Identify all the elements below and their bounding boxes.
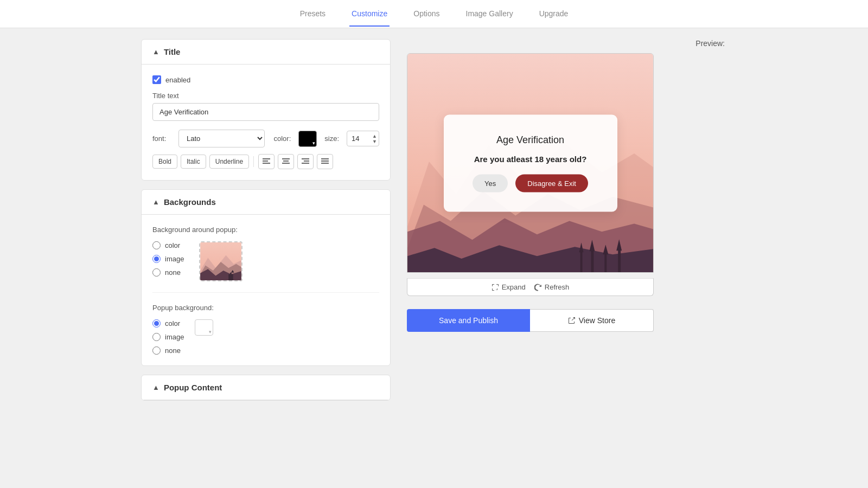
align-justify-button[interactable]: [317, 154, 333, 169]
bg-image-row: image: [152, 255, 184, 263]
expand-label: Expand: [502, 283, 526, 291]
title-section-header: ▲ Title: [142, 40, 390, 65]
preview-wrapper: Age Verification Are you atleast 18 year…: [407, 53, 654, 296]
popup-content-section-label: Popup Content: [164, 383, 222, 392]
popup-bg-image-radio[interactable]: [152, 333, 161, 341]
bg-color-row: color: [152, 241, 184, 249]
view-store-button[interactable]: View Store: [530, 309, 654, 332]
left-panel: ▲ Title enabled Title text font: Lato Ar…: [141, 39, 391, 477]
backgrounds-section-card: ▲ Backgrounds Background around popup: c…: [141, 189, 391, 366]
format-row: Bold Italic Underline: [152, 154, 379, 169]
nav-options[interactable]: Options: [411, 2, 442, 27]
nav-presets[interactable]: Presets: [298, 2, 328, 27]
svg-rect-9: [321, 158, 329, 159]
top-nav: Presets Customize Options Image Gallery …: [0, 0, 868, 28]
bg-none-row: none: [152, 268, 184, 277]
yes-button[interactable]: Yes: [473, 174, 508, 192]
nav-upgrade[interactable]: Upgrade: [537, 2, 571, 27]
align-left-button[interactable]: [258, 154, 275, 169]
nav-customize[interactable]: Customize: [349, 2, 390, 27]
popup-bg-section: Popup background: color image: [152, 292, 379, 355]
popup-bg-label: Popup background:: [152, 304, 379, 312]
svg-rect-6: [302, 158, 309, 159]
bg-image-label: image: [165, 255, 184, 263]
color-swatch-button[interactable]: [298, 131, 317, 147]
popup-content-section-card: ▲ Popup Content: [141, 375, 391, 401]
bg-none-radio[interactable]: [152, 268, 161, 277]
popup-bg-none-radio[interactable]: [152, 346, 161, 355]
right-panel: Preview:: [407, 39, 727, 477]
size-label: size:: [324, 134, 339, 143]
enabled-row: enabled: [152, 75, 379, 84]
popup-bg-none-label: none: [165, 346, 181, 355]
bg-color-label: color: [165, 241, 180, 249]
title-collapse-icon[interactable]: ▲: [152, 48, 159, 56]
popup-bg-color-row: color: [152, 319, 184, 328]
title-text-label: Title text: [152, 92, 379, 100]
enabled-label: enabled: [165, 76, 190, 84]
svg-rect-27: [604, 252, 607, 272]
size-up-button[interactable]: ▲: [371, 133, 378, 138]
save-publish-button[interactable]: Save and Publish: [407, 309, 530, 332]
refresh-icon: [534, 284, 542, 291]
popup-bg-color-radio[interactable]: [152, 319, 161, 328]
font-row: font: Lato Arial Georgia color: size:: [152, 130, 379, 147]
view-store-label: View Store: [579, 316, 615, 325]
popup-color-swatch-button[interactable]: [195, 319, 213, 336]
external-link-icon: [568, 317, 576, 324]
bg-color-radio[interactable]: [152, 241, 161, 249]
popup-bg-radio-col: color image none: [152, 319, 184, 355]
bg-image-thumbnail[interactable]: [199, 241, 242, 281]
size-spinners: ▲ ▼: [371, 133, 378, 144]
svg-rect-2: [263, 163, 270, 164]
disagree-exit-button[interactable]: Disagree & Exit: [515, 174, 588, 192]
popup-bg-image-row: image: [152, 333, 184, 341]
title-section-label: Title: [164, 47, 181, 56]
color-label: color:: [273, 134, 291, 143]
font-label: font:: [152, 134, 170, 143]
title-section-body: enabled Title text font: Lato Arial Geor…: [142, 65, 390, 180]
italic-button[interactable]: Italic: [181, 155, 206, 169]
svg-rect-23: [580, 251, 583, 272]
title-text-input[interactable]: [152, 103, 379, 121]
svg-rect-4: [283, 160, 289, 162]
align-center-button[interactable]: [278, 154, 294, 169]
svg-rect-11: [321, 163, 329, 164]
popup-title: Age Verification: [465, 134, 596, 145]
backgrounds-section-body: Background around popup: color image: [142, 215, 390, 365]
popup-bg-image-label: image: [165, 333, 184, 341]
size-down-button[interactable]: ▼: [371, 139, 378, 144]
popup-question: Are you atleast 18 years old?: [465, 154, 596, 163]
svg-rect-29: [618, 248, 621, 272]
bg-radio-swatch-group: color image none: [152, 241, 379, 281]
popup-buttons: Yes Disagree & Exit: [465, 174, 596, 192]
preview-popup: Age Verification Are you atleast 18 year…: [444, 114, 617, 211]
font-select[interactable]: Lato Arial Georgia: [178, 130, 265, 147]
bg-none-label: none: [165, 268, 181, 277]
bg-image-radio[interactable]: [152, 255, 161, 263]
bold-button[interactable]: Bold: [152, 155, 177, 169]
refresh-button[interactable]: Refresh: [534, 283, 570, 291]
popup-content-section-header: ▲ Popup Content: [142, 375, 390, 400]
popup-bg-radio-swatch: color image none: [152, 319, 379, 355]
main-layout: ▲ Title enabled Title text font: Lato Ar…: [0, 28, 868, 488]
nav-image-gallery[interactable]: Image Gallery: [464, 2, 515, 27]
svg-rect-1: [263, 160, 268, 162]
svg-rect-0: [263, 158, 270, 159]
enabled-checkbox[interactable]: [152, 75, 161, 84]
backgrounds-section-label: Backgrounds: [164, 197, 216, 207]
refresh-label: Refresh: [545, 283, 570, 291]
expand-button[interactable]: Expand: [492, 283, 526, 291]
svg-rect-5: [282, 163, 290, 164]
popup-content-collapse-icon[interactable]: ▲: [152, 383, 159, 391]
popup-bg-color-label: color: [165, 319, 180, 328]
backgrounds-collapse-icon[interactable]: ▲: [152, 198, 159, 206]
color-size-group: color: size: ▲ ▼: [273, 131, 379, 147]
svg-rect-25: [591, 249, 593, 272]
svg-rect-3: [282, 158, 290, 159]
align-right-button[interactable]: [297, 154, 314, 169]
title-section-card: ▲ Title enabled Title text font: Lato Ar…: [141, 39, 391, 181]
underline-button[interactable]: Underline: [209, 155, 249, 169]
expand-icon: [492, 284, 499, 291]
bg-around-popup-label: Background around popup:: [152, 226, 379, 234]
